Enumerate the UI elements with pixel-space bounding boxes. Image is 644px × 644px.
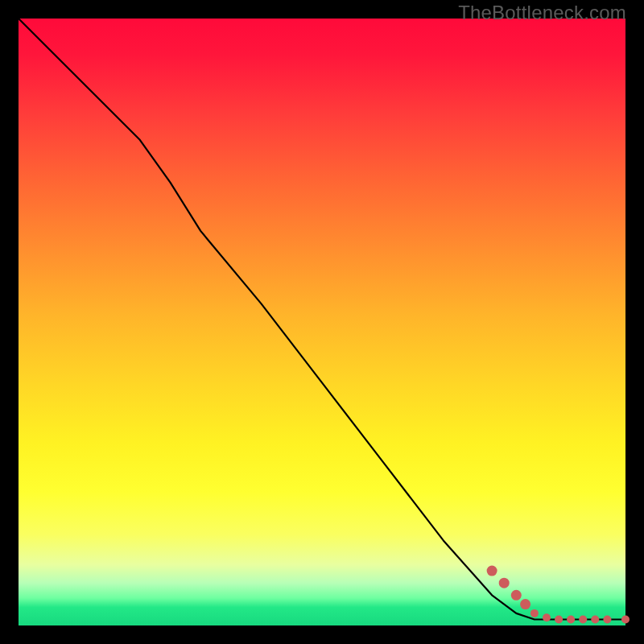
- marker-point: [555, 616, 563, 624]
- marker-point: [567, 616, 575, 624]
- chart-overlay: [19, 19, 625, 625]
- marker-point: [621, 616, 630, 624]
- marker-point: [511, 590, 522, 601]
- marker-point: [520, 599, 530, 609]
- marker-point: [543, 613, 551, 621]
- plot-area: [19, 19, 625, 625]
- chart-frame: TheBottleneck.com: [0, 0, 644, 644]
- marker-point: [530, 609, 539, 617]
- bottleneck-curve: [19, 19, 625, 620]
- marker-point: [603, 616, 611, 624]
- marker-point: [499, 578, 510, 588]
- marker-group: [487, 566, 630, 624]
- marker-point: [579, 616, 587, 624]
- marker-point: [487, 566, 497, 576]
- watermark-text: TheBottleneck.com: [458, 2, 626, 24]
- marker-point: [591, 616, 599, 624]
